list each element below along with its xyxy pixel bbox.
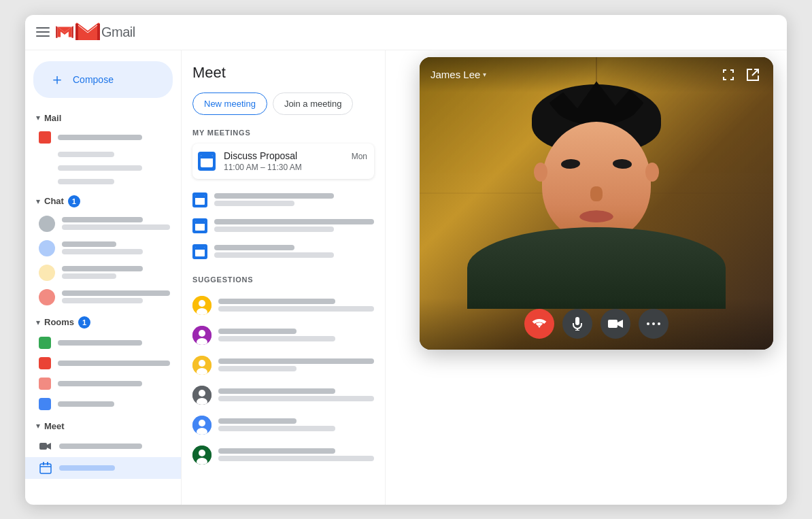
chat-badge: 1 <box>68 195 80 207</box>
meeting-cal-icon <box>198 152 216 171</box>
small-cal-icon-3 <box>192 244 207 259</box>
new-meeting-button[interactable]: New meeting <box>192 93 267 115</box>
suggestion-avatar-4 <box>192 386 212 405</box>
mail-item-2[interactable] <box>25 148 181 161</box>
end-call-button[interactable] <box>524 309 554 339</box>
meet-panel: Meet New meeting Join a meeting MY MEETI… <box>182 50 386 505</box>
room-item-2[interactable] <box>25 353 181 373</box>
sidebar-section-chat: ▾ Chat 1 <box>25 191 181 309</box>
suggestion-avatar-3 <box>192 356 212 375</box>
eye-left <box>561 158 581 169</box>
sidebar: ＋ Compose ▾ Mail <box>25 50 182 505</box>
video-camera-icon <box>39 439 52 453</box>
suggestion-6[interactable] <box>192 440 374 470</box>
person-container <box>522 84 671 220</box>
meeting-cal-inner <box>201 155 213 167</box>
mic-button[interactable] <box>562 309 592 339</box>
main-layout: ＋ Compose ▾ Mail <box>25 50 787 505</box>
app-name: Gmail <box>101 24 135 40</box>
nose <box>590 186 603 201</box>
compose-button[interactable]: ＋ Compose <box>33 61 173 98</box>
room-color-1 <box>39 337 51 349</box>
video-top-controls <box>719 65 762 84</box>
meet-video-item[interactable] <box>25 435 181 457</box>
menu-icon[interactable] <box>36 27 50 37</box>
other-meeting-1[interactable] <box>192 187 374 213</box>
other-bar-1b <box>214 201 294 206</box>
other-meeting-text-1 <box>214 193 374 206</box>
svg-point-21 <box>199 420 205 426</box>
sug-bar-4b <box>218 396 374 401</box>
other-meeting-2[interactable] <box>192 213 374 239</box>
suggestion-3[interactable] <box>192 350 374 380</box>
meeting-day: Mon <box>352 152 367 161</box>
suggestion-avatar-1 <box>192 296 212 315</box>
camera-button[interactable] <box>600 309 630 339</box>
meet-panel-title: Meet <box>192 64 374 82</box>
meeting-item-main[interactable]: Discuss Proposal 11:00 AM – 11:30 AM Mon <box>192 144 374 179</box>
face <box>542 122 651 241</box>
mail-spacer-3 <box>39 179 51 184</box>
meet-label: Meet <box>44 421 65 431</box>
mail-text-2 <box>58 152 170 157</box>
sug-bar-6b <box>218 456 374 461</box>
chat-item-2[interactable] <box>25 236 181 261</box>
room-color-4 <box>39 398 51 410</box>
chat-item-4[interactable] <box>25 285 181 309</box>
gmail-logo-icon <box>75 22 100 41</box>
rooms-section-header[interactable]: ▾ Rooms 1 <box>25 312 181 333</box>
room-item-3[interactable] <box>25 373 181 394</box>
suggestion-4[interactable] <box>192 380 374 410</box>
calendar-icon <box>39 461 52 475</box>
mail-item-1[interactable] <box>25 127 181 148</box>
room-item-1[interactable] <box>25 333 181 353</box>
other-meeting-3[interactable] <box>192 239 374 265</box>
join-meeting-button[interactable]: Join a meeting <box>273 93 354 115</box>
more-options-button[interactable] <box>639 309 669 339</box>
chat-item-1[interactable] <box>25 212 181 236</box>
small-cal-inner-3 <box>195 247 205 256</box>
chat-section-header[interactable]: ▾ Chat 1 <box>25 191 181 212</box>
room-color-3 <box>39 378 51 390</box>
sug-bar-3b <box>218 366 297 371</box>
mail-item-4[interactable] <box>25 175 181 188</box>
small-cal-inner-1 <box>195 195 205 205</box>
chevron-down-icon-chat: ▾ <box>36 197 40 206</box>
sug-bar-5a <box>218 418 297 424</box>
mail-text-3 <box>58 165 170 171</box>
suggestion-5[interactable] <box>192 410 374 440</box>
suggestions-label: SUGGESTIONS <box>192 275 374 284</box>
gmail-logo: Gmail <box>55 22 135 41</box>
compose-plus-icon: ＋ <box>50 72 65 87</box>
chat-bar-4b <box>62 298 143 303</box>
suggestion-1[interactable] <box>192 290 374 320</box>
svg-point-9 <box>199 300 205 307</box>
sug-bar-3a <box>218 358 374 364</box>
room-item-4[interactable] <box>25 394 181 414</box>
fullscreen-icon[interactable] <box>719 65 738 84</box>
sug-bar-1b <box>218 306 374 312</box>
room-text-4 <box>58 401 170 407</box>
meet-video-bar <box>59 443 142 449</box>
sidebar-section-rooms: ▾ Rooms 1 <box>25 312 181 414</box>
meet-section-header[interactable]: ▾ Meet <box>25 417 181 435</box>
body-shoulders <box>467 227 726 309</box>
svg-point-15 <box>199 360 205 367</box>
sug-bar-1a <box>218 299 335 304</box>
svg-rect-7 <box>47 462 48 465</box>
svg-rect-4 <box>39 443 47 450</box>
mail-text-1 <box>58 135 170 140</box>
sug-bar-2a <box>218 329 297 334</box>
suggestion-text-2 <box>218 329 374 341</box>
chat-item-3[interactable] <box>25 261 181 285</box>
meet-calendar-item[interactable] <box>25 457 181 479</box>
chat-avatar-4 <box>39 289 55 305</box>
external-link-icon[interactable] <box>743 65 762 84</box>
mail-item-3[interactable] <box>25 161 181 175</box>
mail-spacer <box>39 152 51 157</box>
mail-section-header[interactable]: ▾ Mail <box>25 109 181 127</box>
suggestion-2[interactable] <box>192 320 374 350</box>
room-bar-4 <box>58 401 114 407</box>
video-participant-name: James Lee ▾ <box>430 69 486 80</box>
chat-avatar-1 <box>39 216 55 232</box>
